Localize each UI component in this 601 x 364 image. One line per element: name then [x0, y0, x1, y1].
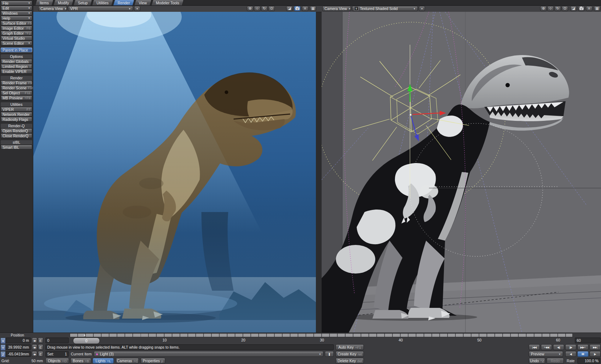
- x-position-field[interactable]: 0 m: [6, 338, 31, 343]
- left-render-mode-dropdown[interactable]: VPR▼: [68, 6, 133, 11]
- viper-button[interactable]: VIPERF7: [1, 107, 32, 112]
- end-frame-field[interactable]: 60: [575, 338, 601, 343]
- z-stepper[interactable]: ◀▶: [32, 351, 37, 357]
- right-viewport-shaded[interactable]: [322, 12, 601, 333]
- y-stepper[interactable]: ◀▶: [32, 344, 37, 350]
- preview-dropdown[interactable]: Preview▼: [529, 351, 563, 357]
- y-envelope-button[interactable]: E: [38, 344, 43, 350]
- render-frame-button[interactable]: Render FrameF9: [1, 80, 32, 85]
- previous-key-button[interactable]: +◀◀: [541, 344, 552, 350]
- lightwave-layout-window: Items Modify Setup Utilities Render View…: [0, 0, 601, 364]
- list-icon[interactable]: ≡: [586, 6, 592, 11]
- timeline-slider-handle[interactable]: 0: [73, 338, 100, 344]
- mb-preview-button[interactable]: MB Preview+F9: [1, 95, 32, 100]
- x-axis-button[interactable]: X: [0, 338, 6, 344]
- pan-icon[interactable]: ⊕: [540, 6, 547, 11]
- right-viewport-options-dropdown[interactable]: ▼: [419, 6, 425, 11]
- camera-icon[interactable]: [294, 6, 300, 11]
- edit-menu[interactable]: Edit▼: [1, 6, 32, 10]
- graph-editor-button[interactable]: Graph Editor^F2: [1, 31, 32, 35]
- z-axis-button[interactable]: Z: [0, 351, 6, 358]
- move-icon[interactable]: ⊹: [547, 6, 554, 11]
- delete-key-button[interactable]: Delete Keydel: [336, 358, 364, 364]
- close-renderq-button[interactable]: Close RenderQ: [1, 133, 32, 138]
- pan-icon[interactable]: ⊕: [247, 6, 253, 11]
- open-renderq-button[interactable]: Open RenderQ: [1, 128, 32, 133]
- sel-object-button[interactable]: Sel ObjectF11: [1, 90, 32, 95]
- minmax-icon[interactable]: ◪: [570, 6, 577, 11]
- network-render-button[interactable]: Network Render: [1, 112, 32, 117]
- undo-button[interactable]: Undo^Z: [529, 358, 545, 364]
- radiosity-flags-button[interactable]: Radiosity Flags: [1, 117, 32, 122]
- play-button[interactable]: ▶: [590, 351, 601, 357]
- file-menu[interactable]: File▼: [1, 1, 32, 5]
- lights-mode-button[interactable]: Lights+L: [93, 358, 114, 364]
- enable-viper-button[interactable]: Enable VIPER: [1, 69, 32, 74]
- image-editor-button[interactable]: Image EditorF6: [1, 26, 32, 30]
- right-render-mode-dropdown[interactable]: TTextured Shaded Solid▼: [352, 6, 418, 11]
- create-key-button[interactable]: Create Keyret: [336, 351, 364, 357]
- render-globals-button[interactable]: Render Globals: [1, 59, 32, 64]
- x-envelope-button[interactable]: E: [38, 338, 43, 343]
- camera-icon[interactable]: [578, 6, 585, 11]
- left-viewport-options-dropdown[interactable]: ▼: [134, 6, 140, 11]
- rotate-icon[interactable]: ↻: [554, 6, 561, 11]
- auto-key-button[interactable]: Auto Key+F1: [336, 344, 364, 350]
- tab-view[interactable]: View: [134, 0, 152, 5]
- go-to-start-button[interactable]: |◀◀: [529, 344, 540, 350]
- pause-button[interactable]: ▮▮: [577, 351, 588, 357]
- right-view-type-dropdown[interactable]: Camera View▼: [322, 6, 351, 11]
- tab-modify[interactable]: Modify: [53, 0, 74, 5]
- timeline-ruler[interactable]: [70, 333, 573, 337]
- play-reverse-button[interactable]: ◀: [565, 351, 576, 357]
- next-key-button[interactable]: ▶▶+: [577, 344, 588, 350]
- left-viewport-vpr[interactable]: [33, 12, 316, 333]
- film-icon[interactable]: ▦: [310, 6, 316, 11]
- bottom-control-panel: Position ▲ X 0 m ◀▶ E 0 0 10 20 30 40 50…: [0, 333, 601, 364]
- go-to-end-button[interactable]: ▶▶|: [590, 344, 601, 350]
- sibl-section-header: sIBL: [1, 140, 32, 144]
- rotate-icon[interactable]: ↻: [261, 6, 268, 11]
- current-frame-field[interactable]: 0: [45, 338, 69, 343]
- minmax-icon[interactable]: ◪: [286, 6, 293, 11]
- bones-mode-button[interactable]: Bones+B: [70, 358, 91, 364]
- set-field[interactable]: Set:1: [45, 351, 69, 357]
- y-axis-button[interactable]: Y: [0, 344, 6, 351]
- y-position-field[interactable]: 39.9992 mm: [6, 344, 31, 350]
- item-list-button[interactable]: ❚: [325, 351, 334, 357]
- x-stepper[interactable]: ◀▶: [32, 338, 37, 343]
- tab-utilities[interactable]: Utilities: [92, 0, 113, 5]
- renderq-section-header: Render-Q: [1, 124, 32, 128]
- film-icon[interactable]: ▦: [594, 6, 600, 11]
- left-view-type-dropdown[interactable]: Camera View▼: [38, 6, 67, 11]
- surface-editor-button[interactable]: Surface EditorF5: [1, 21, 32, 25]
- z-envelope-button[interactable]: E: [38, 351, 43, 357]
- windows-menu[interactable]: Windows▼: [1, 11, 32, 15]
- limited-region-button[interactable]: Limited Regionl: [1, 64, 32, 69]
- zoom-icon[interactable]: ⊙: [268, 6, 275, 11]
- zoom-icon[interactable]: ⊙: [562, 6, 568, 11]
- parent-in-place-button[interactable]: Parent in Place: [1, 48, 32, 52]
- cameras-mode-button[interactable]: Cameras+C: [116, 358, 139, 364]
- scene-editor-button[interactable]: Scene Editor▼: [1, 41, 32, 45]
- tab-setup[interactable]: Setup: [73, 0, 92, 5]
- properties-button[interactable]: Propertiesp: [141, 358, 165, 364]
- redo-button[interactable]: Redo: [547, 358, 564, 364]
- objects-mode-button[interactable]: Objects+O: [45, 358, 69, 364]
- current-item-dropdown[interactable]: ◆Light (3) ▼: [94, 351, 323, 357]
- step-back-button[interactable]: ◀||: [553, 344, 564, 350]
- render-scene-button[interactable]: Render SceneF10: [1, 85, 32, 90]
- tab-modeler-tools[interactable]: Modeler Tools: [151, 0, 184, 5]
- move-icon[interactable]: ⊹: [254, 6, 260, 11]
- tab-items[interactable]: Items: [35, 0, 54, 5]
- chevron-down-icon: ▼: [421, 8, 423, 10]
- left-sidebar: File▼ Edit▼ Windows▼ Help▼ Surface Edito…: [0, 0, 33, 333]
- z-position-field[interactable]: -65.0419mm: [6, 351, 31, 357]
- step-forward-button[interactable]: ||▶: [565, 344, 576, 350]
- help-menu[interactable]: Help▼: [1, 16, 32, 20]
- tab-render[interactable]: Render: [113, 0, 135, 5]
- virtual-studio-button[interactable]: Virtual Studio: [1, 36, 32, 40]
- rate-field[interactable]: 100.0 %: [577, 358, 600, 364]
- list-icon[interactable]: ≡: [302, 6, 308, 11]
- smart-ibl-button[interactable]: Smart IBL: [1, 145, 32, 149]
